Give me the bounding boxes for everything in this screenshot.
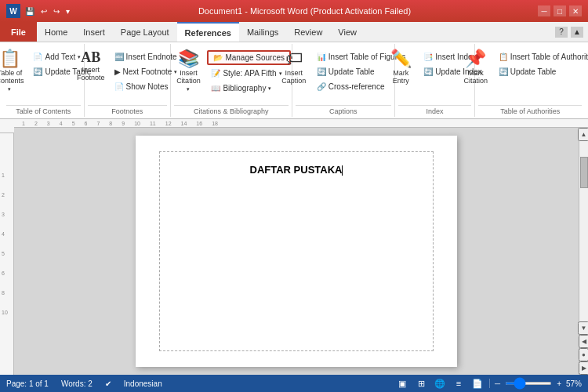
- toc-group-label: Table of Contents: [6, 105, 81, 115]
- citation-icon: 📚: [178, 50, 199, 67]
- update-index-icon: 🔄: [423, 67, 433, 76]
- insert-toa-button[interactable]: 📋 Insert Table of Authorities: [495, 50, 588, 64]
- insert-toa-icon: 📋: [499, 53, 508, 61]
- menu-bar: File Home Insert Page Layout References …: [0, 22, 588, 42]
- mark-citation-button[interactable]: 📌 MarkCitation: [459, 47, 493, 88]
- document-area: 1 2 3 4 5 6 8 10 1 2 3 4: [0, 119, 588, 375]
- insert-caption-button[interactable]: 🏷 InsertCaption: [277, 47, 311, 88]
- menu-home[interactable]: Home: [37, 22, 75, 42]
- endnote-icon: 🔤: [114, 53, 124, 61]
- insert-index-icon: 📑: [423, 53, 433, 61]
- update-toa-button[interactable]: 🔄 Update Table: [495, 65, 588, 78]
- index-group-label: Index: [398, 105, 472, 115]
- bibliography-icon: 📖: [211, 84, 220, 93]
- zoom-slider[interactable]: [505, 382, 552, 385]
- mark-entry-button[interactable]: ✏️ MarkEntry: [383, 47, 418, 88]
- zoom-in-btn[interactable]: +: [557, 379, 561, 388]
- title-bar: W 💾 ↩ ↪ ▾ Document1 - Microsoft Word (Pr…: [0, 0, 588, 22]
- ribbon-content: 📋 Table ofContents ▾ 📄 Add Text ▾ 🔄: [0, 42, 588, 119]
- scroll-down-button[interactable]: ▼: [578, 321, 588, 335]
- word-count: Words: 2: [61, 379, 93, 388]
- footnotes-group-label: Footnotes: [88, 105, 167, 115]
- vertical-scrollbar: ▲ ▼ ◀ ● ▶: [579, 128, 588, 375]
- authorities-group-label: Table of Authorities: [478, 105, 582, 115]
- full-screen-view[interactable]: ⊞: [414, 377, 428, 390]
- document-title: DAFTAR PUSTAKA: [172, 164, 421, 176]
- minimize-button[interactable]: ─: [538, 5, 550, 16]
- citations-buttons: 📚 InsertCitation ▾ 📂 Manage Sources 📝 St…: [171, 45, 291, 105]
- table-of-contents-button[interactable]: 📋 Table ofContents ▾: [0, 47, 27, 96]
- qat-save[interactable]: 💾: [24, 7, 36, 16]
- scrollbar-thumb[interactable]: [580, 157, 588, 188]
- word-icon: W: [6, 4, 20, 18]
- menu-view[interactable]: View: [330, 22, 365, 42]
- footnote-icon: AB: [81, 50, 100, 64]
- language[interactable]: Indonesian: [124, 379, 162, 388]
- zoom-level[interactable]: 57%: [566, 379, 582, 388]
- menu-references[interactable]: References: [177, 22, 239, 42]
- menu-review[interactable]: Review: [286, 22, 330, 42]
- app-window: W 💾 ↩ ↪ ▾ Document1 - Microsoft Word (Pr…: [0, 0, 588, 392]
- page-inner: DAFTAR PUSTAKA: [159, 151, 434, 351]
- scroll-up-button[interactable]: ▲: [578, 128, 588, 141]
- caption-icon: 🏷: [285, 50, 303, 67]
- bibliography-arrow: ▾: [268, 85, 271, 92]
- horizontal-ruler: 1 2 3 4 5 6 7 8 9 10 11 12 14 16 18: [14, 119, 588, 128]
- text-cursor: [342, 165, 343, 176]
- ribbon: File Home Insert Page Layout References …: [0, 22, 588, 119]
- authorities-buttons: 📌 MarkCitation 📋 Insert Table of Authori…: [459, 45, 588, 105]
- status-bar: Page: 1 of 1 Words: 2 ✔ Indonesian ▣ ⊞ 🌐…: [0, 375, 588, 392]
- mark-citation-icon: 📌: [465, 50, 486, 67]
- cross-ref-icon: 🔗: [317, 82, 326, 91]
- ribbon-group-citations: 📚 InsertCitation ▾ 📂 Manage Sources 📝 St…: [171, 44, 292, 117]
- outline-view[interactable]: ≡: [452, 377, 466, 390]
- qat-custom[interactable]: ▾: [64, 7, 71, 16]
- citation-arrow: ▾: [187, 86, 190, 93]
- draft-view[interactable]: 📄: [470, 377, 485, 390]
- qat-undo[interactable]: ↩: [39, 7, 49, 16]
- ruler-corner: [0, 119, 14, 133]
- toc-icon: 📋: [0, 50, 20, 67]
- divider: [489, 379, 490, 388]
- add-text-icon: 📄: [33, 53, 42, 61]
- table-figures-icon: 📊: [317, 53, 326, 61]
- page-info: Page: 1 of 1: [6, 379, 49, 388]
- ribbon-help[interactable]: ?: [555, 27, 568, 38]
- zoom-out-btn[interactable]: ─: [495, 379, 500, 388]
- page-container: DAFTAR PUSTAKA: [14, 128, 579, 375]
- next-page-button[interactable]: ▶: [579, 361, 589, 375]
- mark-entry-icon: ✏️: [390, 50, 412, 67]
- print-layout-view[interactable]: ▣: [395, 377, 409, 390]
- captions-group-label: Captions: [296, 105, 391, 115]
- vertical-ruler: 1 2 3 4 5 6 8 10: [0, 133, 13, 375]
- ribbon-group-authorities: 📌 MarkCitation 📋 Insert Table of Authori…: [475, 44, 585, 117]
- web-layout-view[interactable]: 🌐: [433, 377, 447, 390]
- update-figures-icon: 🔄: [317, 67, 326, 76]
- page-scroll-area: DAFTAR PUSTAKA ▲ ▼ ◀ ● ▶: [14, 128, 588, 375]
- insert-footnote-button[interactable]: AB InsertFootnote: [73, 47, 109, 85]
- maximize-button[interactable]: □: [554, 5, 566, 16]
- insert-citation-button[interactable]: 📚 InsertCitation ▾: [171, 47, 205, 96]
- title-bar-controls: ─ □ ✕: [538, 5, 582, 16]
- document-page[interactable]: DAFTAR PUSTAKA: [136, 136, 457, 367]
- select-object-button[interactable]: ●: [579, 348, 588, 361]
- menu-mailings[interactable]: Mailings: [239, 22, 286, 42]
- show-notes-icon: 📄: [114, 82, 124, 91]
- menu-page-layout[interactable]: Page Layout: [113, 22, 177, 42]
- citations-group-label: Citations & Bibliography: [174, 105, 289, 115]
- qat-redo[interactable]: ↪: [52, 7, 61, 16]
- next-footnote-icon: ▶: [114, 67, 121, 76]
- status-bar-right: ▣ ⊞ 🌐 ≡ 📄 ─ + 57%: [395, 377, 582, 390]
- close-button[interactable]: ✕: [569, 5, 582, 16]
- title-bar-title: Document1 - Microsoft Word (Product Acti…: [71, 6, 538, 16]
- file-menu[interactable]: File: [0, 22, 37, 42]
- menu-insert[interactable]: Insert: [75, 22, 113, 42]
- footnotes-buttons: AB InsertFootnote 🔤 Insert Endnote ▶ Nex…: [73, 45, 181, 105]
- style-icon: 📝: [211, 69, 220, 78]
- ribbon-collapse[interactable]: ▲: [571, 27, 583, 38]
- ribbon-group-captions: 🏷 InsertCaption 📊 Insert Table of Figure…: [292, 44, 395, 117]
- prev-page-button[interactable]: ◀: [579, 335, 589, 348]
- update-table-icon: 🔄: [33, 67, 42, 76]
- spell-check-icon: ✔: [105, 379, 111, 388]
- manage-sources-icon: 📂: [213, 53, 223, 62]
